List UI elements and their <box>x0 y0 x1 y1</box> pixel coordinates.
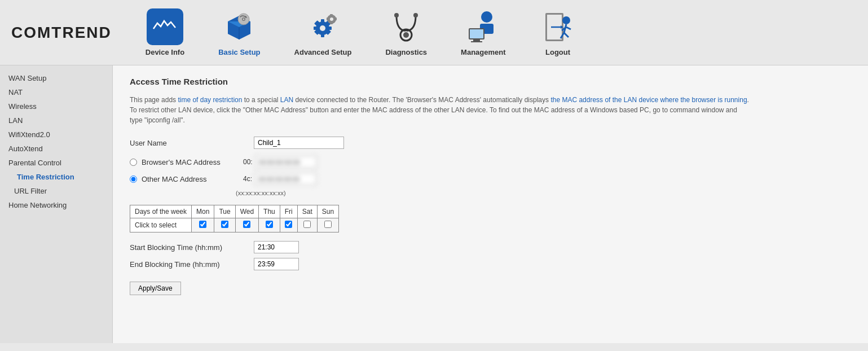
sidebar-item-url-filter[interactable]: URL Filter <box>0 184 112 198</box>
other-mac-blurred: xx:xx:xx:xx:xx <box>254 173 316 185</box>
sidebar-item-time-restriction[interactable]: Time Restriction <box>0 170 112 184</box>
header: COMTREND Device Info <box>0 0 868 65</box>
nav-item-diagnostics[interactable]: Diagnostics <box>368 6 444 59</box>
sidebar-item-lan[interactable]: LAN <box>0 113 112 128</box>
check-sat[interactable] <box>297 218 317 232</box>
nav-item-advanced-setup[interactable]: Advanced Setup <box>277 6 369 59</box>
other-mac-prefix: 4c: <box>243 175 252 183</box>
logout-icon <box>540 8 576 45</box>
svg-line-41 <box>564 33 569 37</box>
username-label: User Name <box>130 139 254 147</box>
browsers-mac-radio[interactable] <box>130 159 137 166</box>
checkbox-sun[interactable] <box>324 221 332 228</box>
checkbox-thu[interactable] <box>266 221 273 228</box>
svg-point-29 <box>413 13 418 17</box>
sidebar-item-wireless[interactable]: Wireless <box>0 99 112 113</box>
nav-item-management[interactable]: Management <box>444 6 522 59</box>
day-fri: Fri <box>280 205 297 218</box>
check-mon[interactable] <box>192 218 214 232</box>
sidebar-item-wifixtend[interactable]: WifiXtend2.0 <box>0 128 112 142</box>
end-time-row: End Blocking Time (hh:mm) <box>130 258 851 270</box>
browsers-mac-label: Browser's MAC Address <box>142 158 243 166</box>
sidebar-item-nat[interactable]: NAT <box>0 85 112 99</box>
sidebar: WAN Setup NAT Wireless LAN WifiXtend2.0 … <box>0 65 113 343</box>
sidebar-item-autoxtend[interactable]: AutoXtend <box>0 142 112 156</box>
svg-rect-2 <box>157 37 172 38</box>
button-row: Apply/Save <box>130 282 851 295</box>
start-time-row: Start Blocking Time (hh:mm) <box>130 241 851 253</box>
svg-point-27 <box>403 32 409 38</box>
day-tue: Tue <box>214 205 235 218</box>
nav-label-advanced-setup: Advanced Setup <box>294 48 352 56</box>
checkbox-mon[interactable] <box>199 221 206 228</box>
svg-point-30 <box>481 11 492 23</box>
day-wed: Wed <box>235 205 258 218</box>
sidebar-item-wan-setup[interactable]: WAN Setup <box>0 71 112 85</box>
end-time-input[interactable] <box>254 258 299 270</box>
mac-hint: (xx:xx:xx:xx:xx:xx) <box>236 190 851 196</box>
sidebar-item-parental-control[interactable]: Parental Control <box>0 156 112 170</box>
svg-point-28 <box>394 13 399 17</box>
svg-point-38 <box>562 16 570 24</box>
check-thu[interactable] <box>259 218 280 232</box>
nav-label-device-info: Device Info <box>146 48 184 56</box>
end-time-label: End Blocking Time (hh:mm) <box>130 260 254 269</box>
day-sun: Sun <box>317 205 338 218</box>
check-wed[interactable] <box>235 218 258 232</box>
svg-point-8 <box>243 18 245 20</box>
other-mac-section: Other MAC Address 4c: xx:xx:xx:xx:xx (xx… <box>130 173 851 196</box>
sidebar-item-home-networking[interactable]: Home Networking <box>0 198 112 212</box>
day-thu: Thu <box>259 205 280 218</box>
nav-item-logout[interactable]: Logout <box>523 6 593 59</box>
nav-item-basic-setup[interactable]: Basic Setup <box>201 6 277 59</box>
svg-rect-15 <box>327 27 332 30</box>
svg-point-21 <box>330 17 333 21</box>
checkbox-wed[interactable] <box>243 221 250 228</box>
svg-line-43 <box>566 27 571 29</box>
diagnostics-icon <box>388 8 425 45</box>
svg-rect-35 <box>471 41 482 42</box>
logo: COMTREND <box>11 24 112 42</box>
svg-rect-34 <box>473 40 480 41</box>
browsers-mac-blurred: xx:xx:xx:xx:xx <box>255 156 317 168</box>
checkbox-fri[interactable] <box>285 221 292 228</box>
days-section: Days of the week Mon Tue Wed Thu Fri Sat… <box>130 205 851 232</box>
check-sun[interactable] <box>317 218 338 232</box>
svg-rect-23 <box>330 22 333 24</box>
svg-rect-14 <box>314 27 318 30</box>
checkbox-sat[interactable] <box>303 221 311 228</box>
nav-bar: Device Info Basic Setup <box>129 6 593 59</box>
svg-rect-33 <box>470 29 483 38</box>
other-mac-radio[interactable] <box>130 176 137 183</box>
advanced-setup-icon <box>305 8 341 45</box>
page-title: Access Time Restriction <box>130 77 851 86</box>
days-label: Days of the week <box>130 205 192 218</box>
nav-item-device-info[interactable]: Device Info <box>129 6 201 59</box>
description-text: This page adds time of day restriction t… <box>130 95 750 125</box>
username-row: User Name <box>130 137 851 149</box>
browsers-mac-row: Browser's MAC Address 00: xx:xx:xx:xx:xx <box>130 156 851 168</box>
check-fri[interactable] <box>280 218 297 232</box>
browsers-mac-prefix: 00: <box>243 158 253 166</box>
highlight-time: time of day restriction <box>178 96 242 104</box>
nav-label-logout: Logout <box>545 48 570 56</box>
check-tue[interactable] <box>214 218 235 232</box>
day-mon: Mon <box>192 205 214 218</box>
svg-rect-1 <box>161 34 169 37</box>
apply-save-button[interactable]: Apply/Save <box>130 282 181 295</box>
svg-rect-22 <box>330 14 333 16</box>
days-table: Days of the week Mon Tue Wed Thu Fri Sat… <box>130 205 339 232</box>
svg-rect-13 <box>321 33 324 37</box>
svg-rect-24 <box>327 17 329 20</box>
nav-label-management: Management <box>461 48 505 56</box>
start-time-input[interactable] <box>254 241 299 253</box>
highlight-lan: LAN <box>280 96 293 104</box>
content-area: Access Time Restriction This page adds t… <box>113 65 868 343</box>
main-layout: WAN Setup NAT Wireless LAN WifiXtend2.0 … <box>0 65 868 343</box>
nav-label-basic-setup: Basic Setup <box>218 48 260 56</box>
username-input[interactable] <box>254 137 344 149</box>
checkbox-tue[interactable] <box>221 221 228 228</box>
highlight-mac: the MAC address of the LAN device where … <box>550 96 747 104</box>
svg-rect-25 <box>334 17 337 20</box>
other-mac-label: Other MAC Address <box>142 175 243 183</box>
